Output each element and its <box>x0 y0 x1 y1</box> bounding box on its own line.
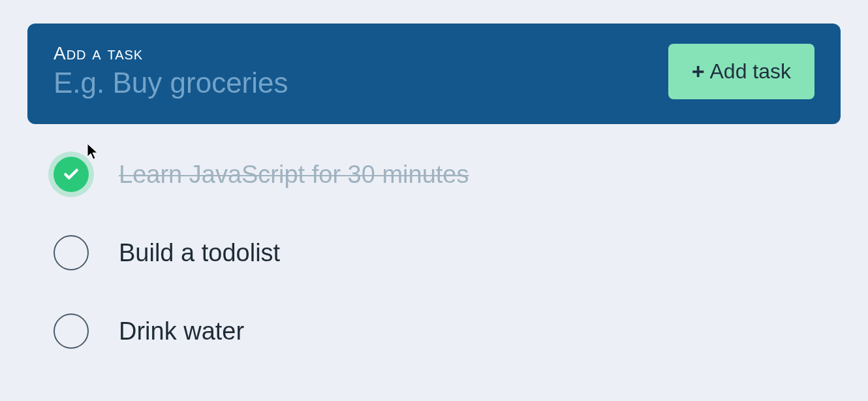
add-task-panel: Add a task + Add task <box>27 24 841 124</box>
task-text: Drink water <box>119 317 244 345</box>
plus-icon: + <box>692 60 705 82</box>
check-icon <box>63 166 80 183</box>
add-task-button[interactable]: + Add task <box>668 44 814 99</box>
add-task-input-group: Add a task <box>54 43 668 99</box>
add-task-input[interactable] <box>54 67 668 99</box>
add-task-button-label: Add task <box>709 59 791 84</box>
task-item: Drink water <box>54 313 814 349</box>
task-checkbox[interactable] <box>54 157 89 192</box>
task-checkbox[interactable] <box>54 235 89 270</box>
task-text: Learn JavaScript for 30 minutes <box>119 161 469 189</box>
task-checkbox[interactable] <box>54 313 89 349</box>
add-task-label: Add a task <box>54 43 668 64</box>
task-item: Learn JavaScript for 30 minutes <box>54 157 814 192</box>
task-text: Build a todolist <box>119 239 280 267</box>
task-list: Learn JavaScript for 30 minutes Build a … <box>27 157 841 349</box>
task-item: Build a todolist <box>54 235 814 270</box>
